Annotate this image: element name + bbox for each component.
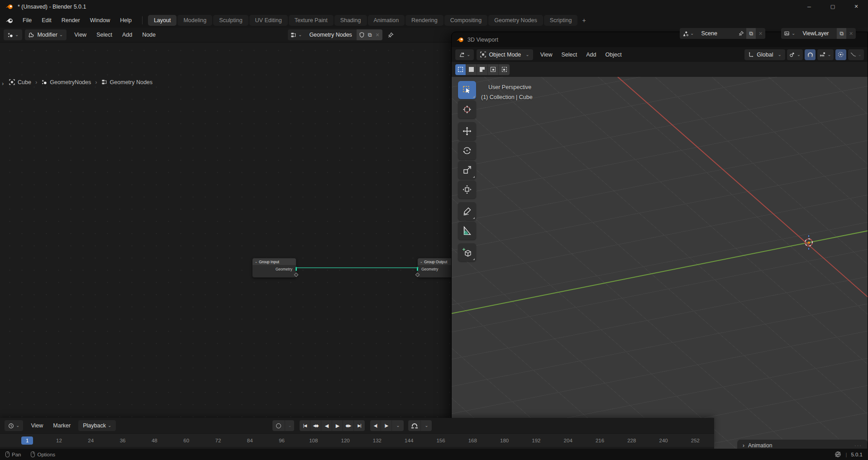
remove-icon[interactable]: ✕ <box>846 31 856 37</box>
frame-tick[interactable]: 132 <box>361 436 393 445</box>
jump-to-start-button[interactable]: |◀ <box>300 420 310 431</box>
workspace-tab[interactable]: Sculpting <box>213 15 248 26</box>
window-titlebar[interactable]: * (Unsaved) - Blender 5.0.1 ─ ▢ ✕ <box>0 0 868 13</box>
jump-to-end-button[interactable]: ▶| <box>354 420 365 431</box>
workspace-tab[interactable]: Layout <box>148 15 177 26</box>
timeline-frame-ruler[interactable]: 1 12 24 36 48 60 72 84 96 108 120 1 <box>0 433 714 447</box>
workspace-tab[interactable]: Texture Paint <box>289 15 334 26</box>
pin-icon[interactable] <box>736 31 746 36</box>
scene-browse-button[interactable]: ⌄ <box>680 31 696 37</box>
viewport-canvas[interactable] <box>452 77 868 451</box>
menu-item[interactable]: Select <box>91 30 117 40</box>
select-mode-intersect-button[interactable] <box>499 64 510 75</box>
frame-tick[interactable]: 228 <box>616 436 648 445</box>
menu-item[interactable]: Render <box>57 15 85 25</box>
next-frame-button[interactable]: |▶ <box>381 420 392 431</box>
minimize-button[interactable]: ─ <box>797 0 821 13</box>
workspace-tab[interactable]: UV Editing <box>249 15 288 26</box>
editor-type-button[interactable]: ⌄ <box>455 49 474 60</box>
frame-tick[interactable]: 84 <box>234 436 266 445</box>
select-mode-new-button[interactable] <box>455 64 466 75</box>
group-input-node[interactable]: ⌄ Group Input Geometry <box>252 258 296 278</box>
tool-cursor-button[interactable] <box>458 100 476 119</box>
unlink-icon[interactable]: ✕ <box>375 32 379 38</box>
node-tree-name-field[interactable]: Geometry Nodes <box>305 32 356 38</box>
view-layer-browse-button[interactable]: ⌄ <box>781 31 798 37</box>
frame-tick[interactable]: 180 <box>488 436 520 445</box>
node-header[interactable]: ⌄ Group Input <box>253 258 296 265</box>
timeline-editor[interactable]: ⌄ ViewMarker Playback ⌄ ⌄ |◀ ◀◆ ◀ ▶ ◆▶ ▶… <box>0 418 714 449</box>
workspace-tab[interactable]: Animation <box>368 15 405 26</box>
menu-item[interactable]: Select <box>557 50 582 60</box>
tool-add-cube-button[interactable] <box>458 243 476 261</box>
menu-item[interactable]: Add <box>582 50 601 60</box>
panel-toggle-chevron[interactable]: › <box>2 80 4 87</box>
menu-item[interactable]: View <box>26 421 48 431</box>
maximize-button[interactable]: ▢ <box>821 0 844 13</box>
menu-item[interactable]: View <box>536 50 557 60</box>
snap-toggle[interactable] <box>805 49 816 60</box>
prev-frame-button[interactable]: ◀| <box>370 420 381 431</box>
fake-user-shield-icon[interactable] <box>359 32 364 38</box>
close-button[interactable]: ✕ <box>844 0 868 13</box>
pin-icon[interactable] <box>388 32 394 38</box>
frame-tick[interactable]: 144 <box>393 436 425 445</box>
new-scene-icon[interactable]: ⧉ <box>749 30 753 37</box>
extend-socket[interactable] <box>415 273 420 277</box>
frame-tick[interactable]: 96 <box>266 436 297 445</box>
add-workspace-button[interactable]: + <box>577 16 590 25</box>
frame-tick[interactable]: 216 <box>584 436 615 445</box>
frame-step-dropdown[interactable]: ⌄ <box>392 420 404 431</box>
frame-tick[interactable]: 156 <box>425 436 457 445</box>
onion-skin-button[interactable] <box>408 420 421 431</box>
frame-tick[interactable]: 36 <box>107 436 138 445</box>
tool-scale-button[interactable] <box>458 161 476 179</box>
play-reverse-button[interactable]: ◀ <box>321 420 332 431</box>
select-mode-subtract-button[interactable] <box>477 64 488 75</box>
frame-tick[interactable]: 1 <box>11 436 43 445</box>
node-tree-browse-button[interactable]: ⌄ <box>288 32 305 38</box>
prev-keyframe-button[interactable]: ◀◆ <box>310 420 321 431</box>
next-keyframe-button[interactable]: ◆▶ <box>343 420 354 431</box>
extend-socket[interactable] <box>294 273 299 277</box>
frame-tick[interactable]: 60 <box>170 436 202 445</box>
auto-keying-toggle[interactable] <box>272 420 285 431</box>
frame-tick[interactable]: 240 <box>648 436 679 445</box>
tool-move-button[interactable] <box>458 122 476 140</box>
frame-tick[interactable]: 168 <box>457 436 488 445</box>
frame-tick[interactable]: 204 <box>552 436 584 445</box>
breadcrumb-node-tree[interactable]: Geometry Nodes <box>101 79 153 85</box>
frame-tick[interactable]: 48 <box>138 436 170 445</box>
menu-item[interactable]: Node <box>137 30 161 40</box>
workspace-tab[interactable]: Shading <box>334 15 367 26</box>
tool-transform-button[interactable] <box>458 180 476 199</box>
play-button[interactable]: ▶ <box>332 420 343 431</box>
workspace-tab[interactable]: Compositing <box>444 15 487 26</box>
duplicate-icon[interactable]: ⧉ <box>368 32 372 38</box>
proportional-editing-toggle[interactable] <box>835 49 846 60</box>
scene-name-field[interactable]: Scene <box>696 30 736 37</box>
modifier-dropdown[interactable]: Modifier ⌄ <box>25 29 67 40</box>
tool-measure-button[interactable] <box>458 222 476 240</box>
workspace-tab[interactable]: Modeling <box>177 15 212 26</box>
workspace-tab[interactable]: Geometry Nodes <box>488 15 543 26</box>
view-layer-name-field[interactable]: ViewLayer <box>798 30 837 37</box>
menu-item[interactable]: Object <box>601 50 626 60</box>
tool-rotate-button[interactable] <box>458 142 476 160</box>
frame-tick[interactable]: 12 <box>43 436 75 445</box>
editor-type-button[interactable]: ⌄ <box>5 420 23 431</box>
playback-menu[interactable]: Playback ⌄ <box>78 420 116 431</box>
select-mode-invert-button[interactable] <box>488 64 499 75</box>
new-view-layer-icon[interactable]: ⧉ <box>839 30 844 37</box>
keying-set-dropdown[interactable]: ⌄ <box>285 420 294 431</box>
breadcrumb-modifier[interactable]: GeometryNodes <box>41 79 91 85</box>
workspace-tab[interactable]: Scripting <box>544 15 578 26</box>
menu-item[interactable]: Edit <box>37 15 57 25</box>
falloff-dropdown[interactable]: ⌄ <box>848 49 864 60</box>
onion-skin-dropdown[interactable]: ⌄ <box>421 420 432 431</box>
menu-item[interactable]: View <box>69 30 91 40</box>
frame-tick[interactable]: 108 <box>298 436 329 445</box>
menu-item[interactable]: Add <box>117 30 137 40</box>
menu-item[interactable]: Marker <box>48 421 76 431</box>
workspace-tab[interactable]: Rendering <box>405 15 444 26</box>
